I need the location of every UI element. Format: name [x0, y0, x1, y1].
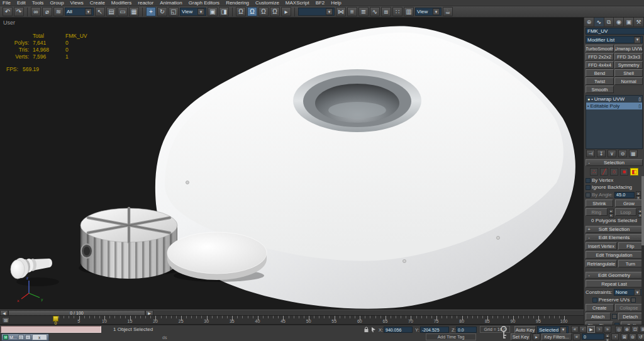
go-to-start-button[interactable]: « — [571, 326, 579, 333]
angle-spinner[interactable]: ▴▾ — [636, 191, 641, 198]
select-and-link-icon[interactable]: ∞ — [31, 7, 41, 16]
spinner-snap-icon[interactable]: Ω — [270, 7, 280, 16]
key-mode-toggle-icon[interactable]: « — [573, 333, 580, 340]
menu-item[interactable]: reactor — [138, 0, 153, 6]
menu-item[interactable]: Customize — [255, 0, 279, 6]
modifier-box-icon[interactable]: ▪ — [591, 97, 592, 101]
show-end-result-icon[interactable]: ↧ — [597, 150, 606, 157]
menu-item[interactable]: File — [3, 0, 11, 6]
minimize-button[interactable]: – — [25, 335, 31, 340]
key-filters-button[interactable]: Key Filters... — [541, 333, 572, 340]
edit-geometry-rollout-header[interactable]: -Edit Geometry — [586, 272, 643, 279]
pan-icon[interactable]: ⊜ — [629, 333, 636, 340]
modifier-preset-button[interactable]: Unwrap UVW — [614, 45, 643, 52]
menu-item[interactable]: Graph Editors — [189, 0, 219, 6]
stack-row-editable-poly[interactable]: ▪ Editable Poly ▯ — [586, 103, 642, 109]
repeat-last-button[interactable]: Repeat Last — [586, 280, 643, 288]
mirror-icon[interactable]: ⋈ — [336, 7, 346, 16]
select-and-scale-icon[interactable]: ◱ — [169, 7, 179, 16]
menu-item[interactable]: Edit — [17, 0, 26, 6]
edit-elements-rollout-header[interactable]: -Edit Elements — [586, 234, 643, 241]
use-center-icon[interactable]: ▣ — [208, 7, 218, 16]
time-configuration-icon[interactable]: ◔ — [611, 333, 619, 340]
minimized-window[interactable]: M M... ◻ – x — [1, 333, 49, 341]
chevron-down-icon[interactable]: ▾ — [560, 327, 567, 333]
edge-subobject-icon[interactable]: ╱ — [600, 168, 608, 176]
restore-button[interactable]: ◻ — [18, 335, 24, 340]
edit-triangulation-button[interactable]: Edit Triangulation — [586, 251, 643, 259]
chevron-down-icon[interactable]: ▾ — [326, 8, 333, 15]
pin-stack-icon[interactable]: ⊣ — [586, 150, 595, 157]
element-subobject-icon[interactable]: ◧ — [630, 168, 638, 176]
zoom-extents-all-icon[interactable]: ⊞ — [640, 326, 644, 333]
next-frame-button[interactable]: › — [596, 326, 603, 333]
modifier-preset-button[interactable]: FFD 4x4x4 — [586, 61, 614, 69]
select-and-move-icon[interactable]: + — [146, 7, 156, 16]
ring-button[interactable]: Ring — [586, 208, 608, 216]
arc-rotate-icon[interactable]: ↺ — [637, 333, 644, 340]
track-bar[interactable]: ⊞ 51015202530354045505560657075808590951… — [0, 315, 584, 325]
keyboard-override-icon[interactable]: ▸ — [281, 7, 291, 16]
angle-field[interactable] — [614, 192, 635, 198]
curve-editor-icon[interactable]: ∿ — [370, 7, 380, 16]
menu-item[interactable]: Create — [90, 0, 105, 6]
disc-object[interactable] — [167, 232, 267, 282]
modifier-preset-button[interactable]: Twist — [586, 77, 614, 85]
turn-button[interactable]: Turn — [618, 260, 643, 267]
named-selection-sets-dropdown[interactable]: ▾ — [298, 8, 335, 16]
close-button[interactable]: x — [32, 334, 47, 340]
auto-key-button[interactable]: Auto Key — [514, 326, 536, 333]
collapse-button[interactable]: Collapse — [615, 304, 643, 311]
selection-rollout-header[interactable]: -Selection — [586, 159, 643, 166]
modifier-preset-button[interactable]: Normal — [614, 77, 643, 85]
zoom-all-icon[interactable]: ⊕ — [623, 326, 631, 333]
attach-button[interactable]: Attach — [586, 313, 611, 320]
stack-fx-icon[interactable]: ▯ — [638, 97, 641, 102]
preserve-uvs-checkbox[interactable] — [592, 298, 597, 303]
modifier-preset-button[interactable]: FFD 3x3x3 — [614, 53, 643, 60]
set-key-button[interactable]: Set Key — [511, 333, 531, 340]
modifier-preset-button[interactable]: Bend — [586, 69, 614, 77]
redo-icon[interactable]: ↷ — [14, 7, 24, 16]
configure-modifier-sets-icon[interactable]: ▦ — [629, 150, 638, 157]
menu-item[interactable]: Modifiers — [111, 0, 131, 6]
modifier-list-dropdown[interactable]: Modifier List ▾ — [586, 36, 643, 43]
detach-button[interactable]: Detach — [618, 313, 643, 320]
hierarchy-tab-icon[interactable]: ⧉ — [604, 18, 614, 26]
viewport-label[interactable]: User — [3, 20, 15, 26]
create-button[interactable]: Create — [586, 304, 614, 311]
unlink-selection-icon[interactable]: ⌀ — [42, 7, 52, 16]
vertex-subobject-icon[interactable]: ∴ — [590, 168, 598, 176]
set-key-toggle-icon[interactable] — [499, 325, 509, 340]
chevron-down-icon[interactable]: ▾ — [634, 289, 641, 296]
attach-settings-icon[interactable] — [612, 314, 617, 319]
material-editor-icon[interactable]: ∷ — [392, 7, 402, 16]
schematic-view-icon[interactable]: ⧈ — [381, 7, 391, 16]
soft-selection-rollout-header[interactable]: +Soft Selection — [586, 226, 643, 233]
stack-row-unwrap-uvw[interactable]: ● ▪ Unwrap UVW ▯ — [586, 96, 642, 103]
modifier-preset-button[interactable]: Symmetry — [614, 61, 643, 69]
chevron-down-icon[interactable]: ▾ — [85, 8, 92, 15]
zoom-icon[interactable]: ◎ — [615, 326, 623, 333]
selection-filter-dropdown[interactable]: All ▾ — [65, 8, 94, 16]
menu-item[interactable]: Views — [70, 0, 84, 6]
stack-fx-icon[interactable]: ▯ — [638, 104, 641, 109]
ring-spinner[interactable]: ▴▾ — [609, 209, 614, 216]
frame-spinner[interactable]: ▴▾ — [605, 333, 610, 340]
chevron-down-icon[interactable]: ▾ — [433, 8, 440, 15]
visibility-bulb-icon[interactable]: ● — [587, 97, 590, 101]
make-unique-icon[interactable]: ∨ — [608, 150, 616, 157]
y-coordinate-field[interactable] — [420, 327, 449, 333]
quick-render-teapot-icon[interactable]: ☕ — [443, 7, 453, 16]
window-crossing-icon[interactable]: ▦ — [129, 7, 139, 16]
rectangular-selection-region-icon[interactable]: ▭ — [118, 7, 128, 16]
modifier-box-icon[interactable]: ▪ — [587, 104, 589, 108]
go-to-end-button[interactable]: » — [604, 326, 611, 333]
motion-tab-icon[interactable]: ◉ — [614, 18, 624, 26]
percent-snap-icon[interactable]: Ω — [258, 7, 269, 16]
menu-item[interactable]: Animation — [160, 0, 182, 6]
modifier-preset-button[interactable]: Shell — [614, 69, 643, 77]
play-button[interactable]: ▶ — [587, 326, 595, 333]
selection-lock-icon[interactable] — [364, 327, 369, 333]
create-tab-icon[interactable]: ⊕ — [584, 18, 594, 26]
